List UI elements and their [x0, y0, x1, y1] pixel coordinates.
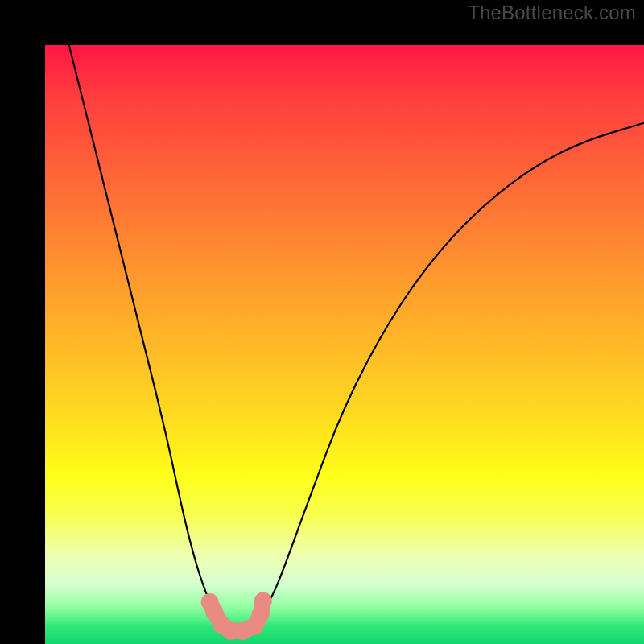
optimal-band-blob	[210, 601, 263, 630]
optimal-marker	[222, 622, 240, 640]
bottleneck-curve	[69, 45, 644, 632]
chart-frame	[0, 0, 644, 644]
plot-area	[45, 45, 644, 644]
optimal-marker	[213, 616, 230, 634]
optimal-marker	[246, 617, 263, 635]
curve-layer	[45, 45, 644, 644]
optimal-band-markers	[201, 592, 272, 639]
optimal-marker	[254, 592, 272, 609]
optimal-marker	[201, 593, 219, 611]
optimal-marker	[205, 602, 223, 620]
optimal-marker	[234, 622, 252, 640]
chart-root: TheBottleneck.com	[0, 0, 644, 644]
optimal-marker	[252, 605, 270, 623]
